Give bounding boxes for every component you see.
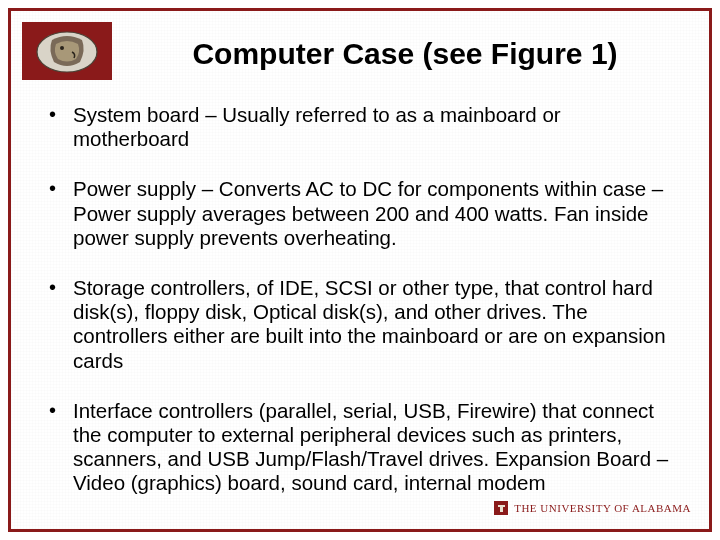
bullet-item: System board – Usually referred to as a … (47, 103, 681, 151)
svg-point-1 (60, 46, 64, 50)
slide-content: System board – Usually referred to as a … (47, 103, 681, 505)
slide-frame: Computer Case (see Figure 1) System boar… (8, 8, 712, 532)
bullet-list: System board – Usually referred to as a … (47, 103, 681, 495)
footer-brand-text: THE UNIVERSITY OF ALABAMA (514, 502, 691, 514)
footer-logo-icon (494, 501, 508, 515)
footer-brand: THE UNIVERSITY OF ALABAMA (494, 501, 691, 515)
bullet-item: Interface controllers (parallel, serial,… (47, 399, 681, 496)
bullet-item: Storage controllers, of IDE, SCSI or oth… (47, 276, 681, 373)
university-logo (22, 22, 112, 80)
bullet-item: Power supply – Converts AC to DC for com… (47, 177, 681, 250)
slide-title: Computer Case (see Figure 1) (121, 37, 689, 71)
